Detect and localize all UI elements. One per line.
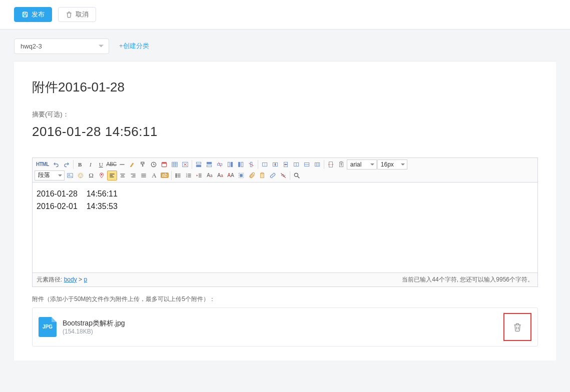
svg-point-84 — [294, 173, 298, 176]
editor-body[interactable]: 2016-01-28 14:56:11 2016-02-01 14:35:53 — [33, 182, 537, 272]
content-line: 2016-01-28 14:56:11 — [37, 188, 533, 200]
paste-icon[interactable] — [257, 170, 267, 180]
unordered-list-icon[interactable] — [173, 170, 183, 180]
insert-row-before-icon[interactable] — [204, 160, 214, 170]
horizontal-rule-icon[interactable] — [117, 160, 127, 170]
unlink-icon[interactable] — [278, 170, 288, 180]
separator — [192, 160, 192, 169]
uppercase-icon[interactable]: AA — [226, 170, 236, 180]
svg-point-50 — [81, 174, 82, 175]
merge-cells-icon[interactable] — [260, 160, 270, 170]
search-replace-icon[interactable] — [292, 170, 302, 180]
chevron-down-icon — [58, 174, 62, 176]
element-path: 元素路径: body > p — [37, 276, 87, 284]
trash-icon — [66, 11, 73, 18]
svg-point-65 — [176, 175, 177, 176]
svg-rect-2 — [24, 14, 27, 16]
link-icon[interactable] — [268, 170, 278, 180]
table-icon[interactable] — [170, 160, 180, 170]
emotion-icon[interactable] — [76, 170, 86, 180]
svg-rect-82 — [261, 172, 263, 174]
svg-line-85 — [298, 176, 300, 178]
merge-right-icon[interactable] — [270, 160, 280, 170]
italic-icon[interactable]: I — [86, 160, 96, 170]
category-selected: hwq2-3 — [21, 42, 42, 50]
chevron-down-icon — [370, 164, 374, 166]
page-break-icon[interactable] — [326, 160, 336, 170]
save-icon — [22, 11, 29, 18]
merge-down-icon[interactable] — [281, 160, 291, 170]
svg-rect-19 — [207, 162, 211, 164]
undo-icon[interactable] — [51, 160, 61, 170]
backcolor-icon[interactable]: ab — [160, 170, 170, 180]
content-line: 2016-02-01 14:35:53 — [37, 200, 533, 213]
category-select[interactable]: hwq2-3 — [14, 38, 109, 54]
create-category-link[interactable]: +创建分类 — [119, 42, 149, 50]
svg-rect-18 — [196, 165, 201, 167]
redo-icon[interactable] — [62, 160, 72, 170]
align-right-icon[interactable] — [128, 170, 138, 180]
bold-icon[interactable]: B — [75, 160, 85, 170]
editor-card: 附件2016-01-28 摘要(可选)： 2016-01-28 14:56:11… — [14, 61, 556, 360]
summary-value[interactable]: 2016-01-28 14:56:11 — [32, 124, 538, 140]
subscript-icon[interactable]: Aa — [215, 170, 225, 180]
superscript-icon[interactable]: Aa — [205, 170, 215, 180]
split-cells-icon[interactable] — [291, 160, 301, 170]
publish-label: 发布 — [32, 10, 45, 18]
action-bar: 发布 取消 — [0, 0, 570, 30]
source-button[interactable]: HTML — [35, 160, 51, 170]
align-justify-icon[interactable] — [139, 170, 149, 180]
attachment-icon[interactable] — [247, 170, 257, 180]
svg-rect-1 — [24, 12, 26, 14]
attachment-filename: Bootstrap类解析.jpg — [63, 319, 497, 328]
ordered-list-icon[interactable]: 123 — [184, 170, 194, 180]
align-left-icon[interactable] — [107, 170, 117, 180]
time-icon[interactable] — [149, 160, 159, 170]
path-body-link[interactable]: body — [64, 276, 77, 283]
paste-plain-icon[interactable]: T — [336, 160, 346, 170]
insert-row-icon[interactable] — [194, 160, 204, 170]
path-p-link[interactable]: p — [84, 276, 87, 283]
svg-point-66 — [176, 176, 177, 178]
forecolor-icon[interactable]: A — [149, 170, 159, 180]
image-icon[interactable] — [65, 170, 75, 180]
indent-icon[interactable] — [194, 170, 204, 180]
map-icon[interactable] — [97, 170, 107, 180]
svg-rect-26 — [241, 162, 243, 166]
chevron-down-icon — [99, 45, 104, 48]
svg-rect-5 — [141, 162, 144, 164]
split-rows-icon[interactable] — [302, 160, 312, 170]
publish-button[interactable]: 发布 — [14, 7, 52, 22]
align-center-icon[interactable] — [118, 170, 128, 180]
category-row: hwq2-3 +创建分类 — [0, 30, 570, 54]
special-char-icon[interactable]: Ω — [86, 170, 96, 180]
select-all-icon[interactable] — [236, 170, 246, 180]
split-cols-icon[interactable] — [312, 160, 322, 170]
paragraph-select[interactable]: 段落 — [35, 170, 65, 180]
font-family-select[interactable]: arial — [347, 160, 377, 170]
svg-text:3: 3 — [186, 176, 188, 178]
font-size-select[interactable]: 16px — [377, 160, 407, 170]
svg-rect-17 — [196, 162, 201, 164]
delete-table-icon[interactable] — [180, 160, 190, 170]
post-title[interactable]: 附件2016-01-28 — [32, 78, 538, 96]
delete-attachment-button[interactable] — [503, 313, 531, 341]
format-match-icon[interactable] — [138, 160, 148, 170]
svg-rect-20 — [207, 165, 211, 167]
strikethrough-icon[interactable]: ABC — [107, 160, 117, 170]
insert-col-before-icon[interactable] — [236, 160, 246, 170]
svg-rect-24 — [231, 162, 233, 166]
date-icon[interactable] — [159, 160, 169, 170]
insert-col-icon[interactable] — [225, 160, 235, 170]
underline-icon[interactable]: U — [96, 160, 106, 170]
separator — [258, 160, 258, 169]
svg-line-28 — [249, 163, 253, 166]
attachment-filesize: (154.18KB) — [63, 328, 497, 335]
delete-row-icon[interactable] — [215, 160, 225, 170]
attachment-info: Bootstrap类解析.jpg (154.18KB) — [63, 319, 497, 335]
svg-rect-23 — [228, 162, 230, 166]
cancel-button[interactable]: 取消 — [58, 7, 96, 22]
file-type-badge: JPG — [39, 317, 57, 337]
remove-format-icon[interactable] — [128, 160, 138, 170]
delete-col-icon[interactable] — [246, 160, 256, 170]
